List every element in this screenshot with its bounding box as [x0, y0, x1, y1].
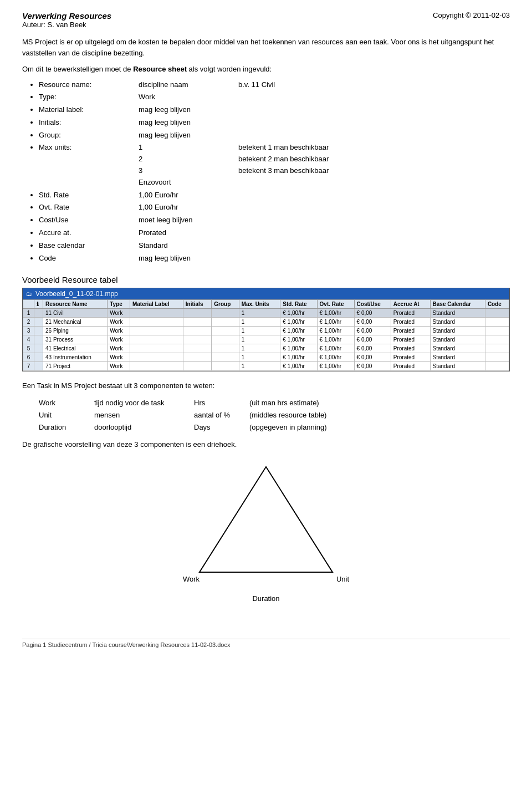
row-accrue: Prorated	[391, 309, 430, 318]
row-type: Work	[108, 344, 130, 353]
doc-author: Auteur: S. van Beek	[22, 21, 111, 29]
tri-label-duration: Duration	[252, 594, 279, 603]
list-item: Group: mag leeg blijven	[39, 130, 510, 141]
row-cost-use: € 0,00	[354, 335, 391, 344]
th-max-units: Max. Units	[239, 300, 280, 309]
row-group	[212, 309, 239, 318]
th-accrue: Accrue At	[391, 300, 430, 309]
row-base-cal: Standard	[430, 362, 485, 371]
row-ovt-rate: € 1,00/hr	[317, 362, 354, 371]
ms-project-window: 🗂 Voorbeeld_0_11-02-01.mpp ℹ Resource Na…	[22, 288, 510, 371]
row-cost-use: € 0,00	[354, 327, 391, 335]
task-item-unit: Unit mensen aantal of % (middles resourc…	[39, 409, 510, 421]
footer: Pagina 1 Studiecentrum / Tricia course\V…	[22, 639, 510, 648]
row-info	[34, 344, 43, 353]
list-item: Initials: mag leeg blijven	[39, 117, 510, 129]
task-item-duration: Duration doorlooptijd Days (opgegeven in…	[39, 421, 510, 434]
list-item: Code mag leeg blijven	[39, 253, 510, 264]
row-cost-use: € 0,00	[354, 344, 391, 353]
th-initials: Initials	[183, 300, 212, 309]
row-code	[485, 309, 509, 318]
th-resource-name: Resource Name	[43, 300, 108, 309]
intro-paragraph: MS Project is er op uitgelegd om de kost…	[22, 37, 510, 58]
row-material	[130, 309, 183, 318]
ms-titlebar: 🗂 Voorbeeld_0_11-02-01.mpp	[23, 288, 509, 299]
example-title: Voorbeeld Resource tabel	[22, 275, 510, 284]
row-accrue: Prorated	[391, 335, 430, 344]
th-cost-use: Cost/Use	[354, 300, 391, 309]
row-std-rate: € 1,00/hr	[280, 309, 317, 318]
table-row: 1 11 Civil Work 1 € 1,00/hr € 1,00/hr € …	[23, 309, 509, 318]
row-cost-use: € 0,00	[354, 309, 391, 318]
ms-window-title: Voorbeeld_0_11-02-01.mpp	[35, 290, 118, 298]
row-num: 6	[23, 353, 34, 362]
row-accrue: Prorated	[391, 318, 430, 327]
tri-label-work: Work	[183, 575, 200, 583]
row-type: Work	[108, 327, 130, 335]
row-accrue: Prorated	[391, 344, 430, 353]
th-material-label: Material Label	[130, 300, 183, 309]
th-num	[23, 300, 34, 309]
row-code	[485, 327, 509, 335]
row-type: Work	[108, 353, 130, 362]
list-item: Ovt. Rate 1,00 Euro/hr	[39, 202, 510, 213]
row-material	[130, 362, 183, 371]
row-material	[130, 344, 183, 353]
row-material	[130, 353, 183, 362]
row-type: Work	[108, 362, 130, 371]
table-row: 5 41 Electrical Work 1 € 1,00/hr € 1,00/…	[23, 344, 509, 353]
task-components-list: Work tijd nodig voor de task Hrs (uit ma…	[39, 397, 510, 434]
row-cost-use: € 0,00	[354, 318, 391, 327]
row-max-units: 1	[239, 309, 280, 318]
example-section: Voorbeeld Resource tabel 🗂 Voorbeeld_0_1…	[22, 275, 510, 371]
row-num: 1	[23, 309, 34, 318]
triangle-diagram: Work Unit Duration	[22, 461, 510, 589]
row-initials	[183, 344, 212, 353]
row-group	[212, 327, 239, 335]
section-header: Om dit te bewerkstelligen moet de Resour…	[22, 64, 510, 75]
row-resource-name: 71 Project	[43, 362, 108, 371]
th-group: Group	[212, 300, 239, 309]
row-initials	[183, 327, 212, 335]
th-ovt-rate: Ovt. Rate	[317, 300, 354, 309]
row-accrue: Prorated	[391, 327, 430, 335]
row-accrue: Prorated	[391, 353, 430, 362]
resource-table: ℹ Resource Name Type Material Label Init…	[23, 299, 509, 371]
row-initials	[183, 353, 212, 362]
row-num: 3	[23, 327, 34, 335]
triangle-wrap: Work Unit Duration	[188, 461, 344, 589]
row-max-units: 1	[239, 353, 280, 362]
row-resource-name: 21 Mechanical	[43, 318, 108, 327]
graphic-note: De grafische voorstelling van deze 3 com…	[22, 439, 510, 450]
row-initials	[183, 335, 212, 344]
row-base-cal: Standard	[430, 309, 485, 318]
row-ovt-rate: € 1,00/hr	[317, 327, 354, 335]
th-type: Type	[108, 300, 130, 309]
row-resource-name: 41 Electrical	[43, 344, 108, 353]
row-std-rate: € 1,00/hr	[280, 318, 317, 327]
table-row: 7 71 Project Work 1 € 1,00/hr € 1,00/hr …	[23, 362, 509, 371]
row-max-units: 1	[239, 327, 280, 335]
row-group	[212, 335, 239, 344]
row-info	[34, 318, 43, 327]
row-base-cal: Standard	[430, 344, 485, 353]
row-material	[130, 335, 183, 344]
row-std-rate: € 1,00/hr	[280, 327, 317, 335]
row-std-rate: € 1,00/hr	[280, 344, 317, 353]
list-item: Base calendar Standard	[39, 240, 510, 252]
list-item: Max units: 1 betekent 1 man beschikbaar …	[39, 142, 510, 188]
list-item: Resource name: discipline naam b.v. 11 C…	[39, 79, 510, 91]
list-item: Accure at. Prorated	[39, 227, 510, 239]
row-group	[212, 318, 239, 327]
list-item: Cost/Use moet leeg blijven	[39, 215, 510, 226]
list-item: Type: Work	[39, 91, 510, 103]
row-ovt-rate: € 1,00/hr	[317, 353, 354, 362]
row-base-cal: Standard	[430, 335, 485, 344]
th-code: Code	[485, 300, 509, 309]
table-row: 2 21 Mechanical Work 1 € 1,00/hr € 1,00/…	[23, 318, 509, 327]
row-material	[130, 318, 183, 327]
copyright: Copyright © 2011-02-03	[433, 11, 510, 19]
header-block: Verwerking Resources Auteur: S. van Beek…	[22, 11, 510, 30]
row-material	[130, 327, 183, 335]
table-row: 4 31 Process Work 1 € 1,00/hr € 1,00/hr …	[23, 335, 509, 344]
